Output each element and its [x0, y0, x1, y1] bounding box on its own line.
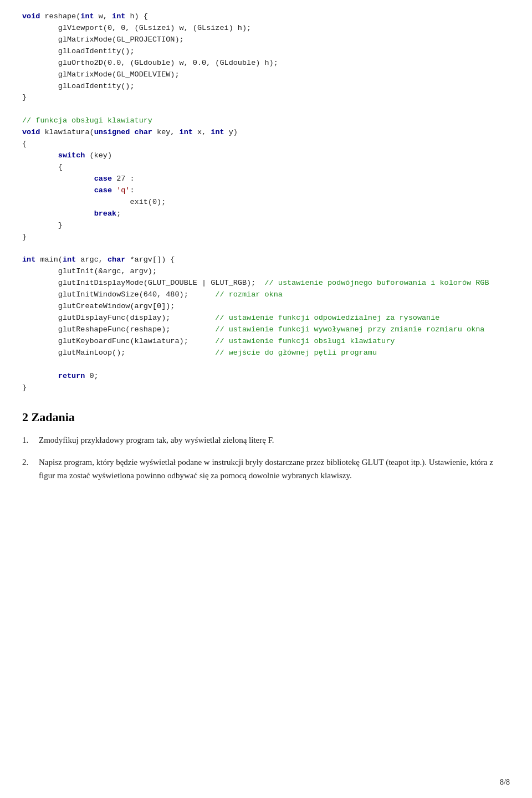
- task-text: Zmodyfikuj przykładowy program tak, aby …: [39, 433, 510, 447]
- task-list: 1.Zmodyfikuj przykładowy program tak, ab…: [22, 433, 510, 482]
- page-content: void reshape(int w, int h) { glViewport(…: [22, 11, 510, 482]
- section-number: 2: [22, 410, 28, 424]
- page-footer: 8/8: [500, 778, 510, 787]
- section-title: Zadania: [32, 410, 75, 424]
- task-item: 1.Zmodyfikuj przykładowy program tak, ab…: [22, 433, 510, 447]
- section-heading: 2 Zadania: [22, 410, 510, 424]
- task-item: 2.Napisz program, który będzie wyświetla…: [22, 456, 510, 482]
- page-number: 8/8: [500, 778, 510, 786]
- code-block: void reshape(int w, int h) { glViewport(…: [22, 11, 510, 393]
- task-number: 1.: [22, 433, 39, 447]
- task-text: Napisz program, który będzie wyświetlał …: [39, 456, 510, 482]
- task-number: 2.: [22, 456, 39, 469]
